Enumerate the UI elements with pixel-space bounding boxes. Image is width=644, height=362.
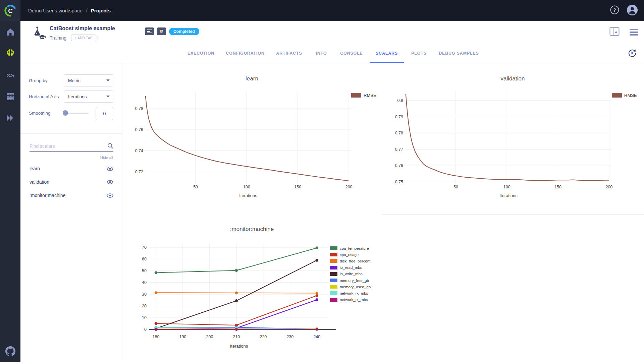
help-icon[interactable]: ?	[610, 5, 619, 16]
legend-swatch	[330, 246, 337, 250]
experiment-flask-icon	[32, 26, 47, 41]
legend-item-io_read_mbs[interactable]: io_read_mbs	[330, 264, 371, 271]
smoothing-label: Smoothing	[29, 111, 51, 116]
legend-item-io_write_mbs[interactable]: io_write_mbs	[330, 271, 371, 277]
monitor-machine-chart[interactable]: 180190200210220230240010203040506070Iter…	[122, 214, 381, 362]
tab-scalars[interactable]: SCALARS	[376, 43, 398, 63]
refresh-icon[interactable]	[627, 48, 637, 59]
group-by-dropdown[interactable]: Metric	[64, 74, 113, 86]
svg-text:100: 100	[503, 185, 511, 189]
svg-text:50: 50	[142, 268, 147, 273]
home-icon[interactable]	[0, 27, 20, 37]
chevron-down-icon	[106, 79, 110, 81]
chevron-down-icon	[106, 96, 110, 98]
scalar-item-label: validation	[30, 179, 49, 185]
avatar[interactable]	[627, 4, 638, 17]
scalar-item-label: :monitor:machine	[30, 193, 65, 198]
legend-label: cpu_temperature	[340, 246, 369, 250]
legend-label: RMSE	[364, 93, 376, 98]
panel-divider	[20, 133, 122, 134]
svg-text:50: 50	[453, 185, 458, 189]
eye-icon[interactable]	[107, 193, 113, 198]
expand-icon[interactable]	[0, 113, 20, 123]
legend-item-disk_free_percent[interactable]: disk_free_percent	[330, 258, 371, 264]
legend-item-memory_free_gb[interactable]: memory_free_gb	[330, 277, 371, 284]
svg-text:200: 200	[206, 335, 213, 339]
chart-title: :monitor:machine	[122, 226, 381, 233]
tab-configuration[interactable]: CONFIGURATION	[226, 43, 264, 63]
tab-debug-samples[interactable]: DEBUG SAMPLES	[439, 43, 479, 63]
chart-title: validation	[381, 75, 644, 82]
x-axis-label: Iterations	[239, 193, 257, 198]
tab-info[interactable]: INFO	[316, 43, 327, 63]
legend-item-cpu_usage[interactable]: cpu_usage	[330, 251, 371, 258]
svg-text:150: 150	[554, 185, 561, 189]
breadcrumb: Demo User's workspace / Projects	[28, 7, 111, 14]
svg-text:60: 60	[142, 257, 147, 261]
svg-text:190: 190	[179, 335, 186, 339]
tab-artifacts[interactable]: ARTIFACTS	[276, 43, 302, 63]
legend-label: network_tx_mbs	[340, 298, 368, 302]
legend-swatch	[351, 93, 361, 98]
legend-item-cpu_temperature[interactable]: cpu_temperature	[330, 245, 371, 251]
svg-text:40: 40	[142, 280, 147, 285]
scalar-item-learn[interactable]: learn	[30, 165, 113, 173]
x-axis-label: Iterations	[230, 344, 248, 349]
svg-text:200: 200	[345, 185, 353, 189]
svg-text:10: 10	[142, 315, 147, 320]
horizontal-axis-dropdown[interactable]: Iterations	[64, 90, 113, 103]
legend-label: io_read_mbs	[340, 265, 362, 269]
legend-swatch	[330, 285, 337, 289]
menu-icon[interactable]	[630, 29, 638, 36]
svg-text:0.78: 0.78	[395, 131, 403, 135]
eye-icon[interactable]	[107, 167, 113, 171]
svg-text:0.77: 0.77	[395, 147, 403, 152]
add-tag-button[interactable]: + ADD TAG	[71, 35, 95, 41]
svg-text:0.78: 0.78	[135, 106, 143, 111]
smoothing-slider-thumb[interactable]	[63, 110, 68, 116]
svg-text:0.79: 0.79	[395, 115, 403, 119]
output-chip-icon[interactable]	[145, 27, 154, 35]
projects-brain-icon[interactable]	[0, 48, 20, 58]
legend-label: io_write_mbs	[340, 272, 363, 276]
chart-canvas[interactable]: 501001502000.720.740.760.78Iterations	[122, 63, 381, 214]
legend-item-RMSE[interactable]: RMSE	[612, 92, 637, 99]
legend-item-network_rx_mbs[interactable]: network_rx_mbs	[330, 290, 371, 296]
id-chip[interactable]: ID	[157, 27, 166, 35]
chart-canvas[interactable]: 501001502000.750.760.770.780.790.8Iterat…	[381, 63, 644, 214]
legend-swatch	[330, 272, 337, 276]
breadcrumb-projects[interactable]: Projects	[91, 8, 111, 13]
tab-console[interactable]: CONSOLE	[340, 43, 363, 63]
smoothing-value-input[interactable]: 0	[96, 107, 113, 120]
github-icon[interactable]	[0, 346, 20, 356]
clearml-logo[interactable]: C	[0, 0, 20, 21]
eye-icon[interactable]	[107, 180, 113, 184]
breadcrumb-workspace[interactable]: Demo User's workspace	[28, 8, 83, 13]
columns-view-icon[interactable]	[609, 27, 620, 37]
workers-icon[interactable]	[0, 92, 20, 101]
legend-item-RMSE[interactable]: RMSE	[351, 92, 376, 99]
chart-legend: RMSE	[351, 92, 376, 99]
legend-item-network_tx_mbs[interactable]: network_tx_mbs	[330, 297, 371, 303]
tab-execution[interactable]: EXECUTION	[187, 43, 214, 63]
svg-text:0.8: 0.8	[397, 98, 403, 103]
scalar-item--monitor-machine[interactable]: :monitor:machine	[30, 191, 113, 199]
validation-chart[interactable]: 501001502000.750.760.770.780.790.8Iterat…	[381, 63, 644, 214]
learn-chart[interactable]: 501001502000.720.740.760.78Iterations le…	[122, 63, 381, 214]
svg-text:C: C	[8, 7, 13, 14]
tab-plots[interactable]: PLOTS	[411, 43, 427, 63]
svg-text:0.72: 0.72	[135, 170, 143, 174]
scalar-item-validation[interactable]: validation	[30, 178, 113, 186]
search-input[interactable]	[30, 143, 113, 152]
legend-item-memory_used_gb[interactable]: memory_used_gb	[330, 284, 371, 290]
legend-swatch	[330, 266, 337, 269]
pipelines-icon[interactable]	[0, 70, 20, 80]
x-axis-label: Iterations	[499, 193, 518, 198]
svg-text:100: 100	[243, 185, 250, 189]
svg-text:50: 50	[193, 185, 198, 189]
svg-text:220: 220	[260, 335, 267, 339]
search-icon[interactable]	[107, 143, 113, 150]
series-RMSE	[406, 94, 609, 180]
hide-all-button[interactable]: Hide all	[100, 156, 113, 160]
legend-swatch	[330, 291, 337, 295]
